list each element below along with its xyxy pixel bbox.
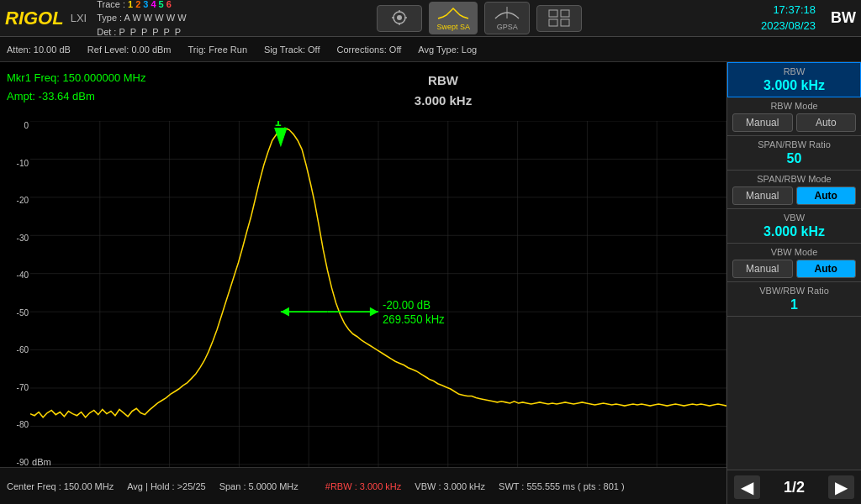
vbw-mode-title: VBW Mode [732,247,856,257]
svg-text:269.550 kHz: 269.550 kHz [383,313,445,326]
svg-rect-10 [561,19,569,26]
trace-num-1[interactable]: 1 [128,0,133,11]
svg-point-1 [397,15,402,20]
mkr-ampt-val: -33.64 dBm [39,90,95,102]
svg-text:-20.00 dB: -20.00 dB [383,299,430,312]
logo-lxi: LXI [71,12,87,24]
marker-triangle [275,128,287,145]
vbw-mode-auto-btn[interactable]: Auto [796,260,857,278]
chart-rbw-label: RBW 3.000 kHz [160,66,726,111]
logo-area: RIGOL LXI [5,8,87,29]
vbw-rbw-ratio-value: 1 [732,297,856,312]
trace-num-4[interactable]: 4 [151,0,156,11]
gpsa-btn[interactable]: GPSA [484,2,530,34]
avg-hold-status: Avg | Hold : >25/25 [127,481,205,491]
ref-level-info: Ref Level: 0.00 dBm [87,45,172,55]
span-rbw-mode-title: SPAN/RBW Mode [732,174,856,184]
rbw-status: #RBW : 3.000 kHz [325,481,401,491]
swept-sa-btn[interactable]: Swept SA [429,2,478,34]
prev-page-btn[interactable]: ◀ [734,475,760,499]
vbw-rbw-ratio-section: VBW/RBW Ratio 1 [727,282,861,317]
trace-num-2[interactable]: 2 [135,0,140,11]
vbw-section: VBW 3.000 kHz [727,209,861,244]
vbw-mode-section: VBW Mode Manual Auto [727,244,861,282]
span-rbw-mode-auto-btn[interactable]: Auto [796,186,857,205]
atten-info: Atten: 10.00 dB [7,45,71,55]
bottom-nav: ◀ 1/2 ▶ [727,470,861,504]
vbw-mode-manual-btn[interactable]: Manual [732,260,793,278]
svg-rect-9 [549,19,557,26]
main-area: Mkr1 Freq: 150.000000 MHz Ampt: -33.64 d… [0,62,861,504]
svg-rect-7 [549,10,557,17]
vbw-rbw-ratio-title: VBW/RBW Ratio [732,286,856,296]
det-label: Det : P P P P P P [97,25,181,39]
span-status: Span : 5.0000 MHz [219,481,298,491]
span-rbw-mode-manual-btn[interactable]: Manual [732,186,793,205]
grid-btn[interactable] [536,5,582,32]
center-freq-status: Center Freq : 150.00 MHz [7,481,114,491]
svg-rect-8 [561,10,569,17]
mkr-freq-val: 150.000000 MHz [62,71,145,84]
trace-num-5[interactable]: 5 [159,0,164,11]
rbw-mode-auto-btn[interactable]: Auto [796,113,857,132]
rbw-mode-manual-btn[interactable]: Manual [732,113,793,132]
trace-num-6[interactable]: 6 [166,0,172,11]
y-axis: 0 -10 -20 -30 -40 -50 -60 -70 -80 -90 [0,121,30,467]
sig-track-info: Sig Track: Off [264,45,320,55]
trace-info: Trace : 1 2 3 4 5 6 Type : A W W W W W D… [97,0,186,39]
date-display: 2023/08/23 [761,18,816,34]
rbw-value: 3.000 kHz [733,78,855,93]
span-rbw-ratio-value: 50 [732,151,856,166]
next-page-btn[interactable]: ▶ [828,475,854,499]
time-display: 17:37:18 [773,3,816,18]
page-indicator: 1/2 [784,479,805,496]
rbw-mode-title: RBW Mode [732,101,856,111]
trace-num-3[interactable]: 3 [143,0,148,11]
marker-info: Mkr1 Freq: 150.000000 MHz Ampt: -33.64 d… [0,66,160,109]
mkr-freq-label: Mkr1 Freq: [7,71,60,84]
logo-rigol: RIGOL [5,8,64,29]
span-rbw-mode-section: SPAN/RBW Mode Manual Auto [727,171,861,209]
span-rbw-ratio-title: SPAN/RBW Ratio [732,139,856,150]
span-rbw-ratio-section: SPAN/RBW Ratio 50 [727,136,861,171]
rbw-section[interactable]: RBW 3.000 kHz [727,62,861,97]
swt-status: SWT : 555.555 ms ( pts : 801 ) [499,481,625,491]
vbw-title: VBW [732,213,856,223]
mkr-ampt-label: Ampt: [7,90,35,102]
center-icons: Swept SA GPSA [198,2,761,34]
trace-label: Trace : [97,0,125,11]
avg-type-info: Avg Type: Log [418,45,477,55]
trig-info: Trig: Free Run [188,45,248,55]
svg-text:1: 1 [275,121,282,129]
right-header: 17:37:18 2023/08/23 [761,3,816,33]
svg-text:dBm: dBm [32,457,51,467]
vbw-value: 3.000 kHz [732,224,856,239]
chart-area: Mkr1 Freq: 150.000000 MHz Ampt: -33.64 d… [0,62,726,504]
header-bar: RIGOL LXI Trace : 1 2 3 4 5 6 Type : A W… [0,0,861,37]
rbw-mode-section: RBW Mode Manual Auto [727,97,861,136]
spectrum-chart: 1 -20.00 dB 269.550 kHz dBm [30,121,726,467]
vbw-status: VBW : 3.000 kHz [415,481,485,491]
rbw-title: RBW [733,66,855,76]
status-bar: Center Freq : 150.00 MHz Avg | Hold : >2… [0,467,726,504]
gpsa-label: GPSA [497,23,518,31]
svg-marker-35 [370,307,378,317]
bw-label[interactable]: BW [831,9,856,27]
type-label: Type : A W W W W W [97,11,186,25]
settings-btn[interactable] [377,5,422,32]
info-bar: Atten: 10.00 dB Ref Level: 0.00 dBm Trig… [0,37,861,62]
swept-sa-label: Swept SA [436,23,470,31]
right-panel: RBW 3.000 kHz RBW Mode Manual Auto SPAN/… [726,62,861,504]
svg-marker-34 [281,307,289,317]
corrections-info: Corrections: Off [336,45,401,55]
